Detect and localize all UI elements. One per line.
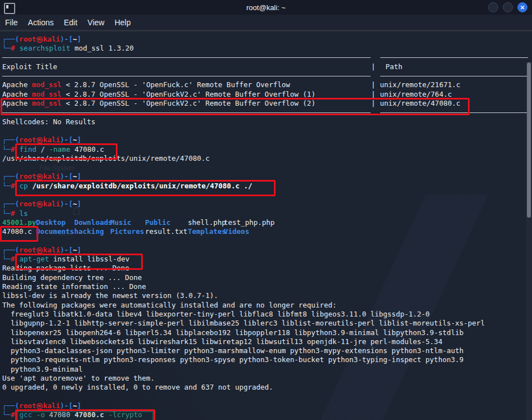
- prompt-line: ┌──(root㉿kali)-[~]: [2, 136, 532, 144]
- prompt-close: ]: [77, 246, 82, 254]
- prompt-open: ┌──(: [2, 246, 19, 254]
- prompt-hash: #: [11, 182, 15, 190]
- search-term-highlight: mod_ssl: [32, 80, 62, 89]
- row-text: < 2.8.7 OpenSSL - 'OpenFuck.c' Remote Bu…: [61, 80, 290, 89]
- prompt-at-icon: ㉿: [36, 246, 43, 254]
- prompt-close: ]: [77, 172, 82, 180]
- apt-output: libsvtav1enc0 libwebsockets16 libwiresha…: [2, 337, 532, 346]
- apt-output: Building dependency tree ... Done: [2, 273, 532, 282]
- apt-output: libssl-dev is already the newest version…: [2, 291, 532, 300]
- terminal-content[interactable]: File System ⌂ Home ┌──(root㉿kali)-[~] └─…: [0, 31, 532, 420]
- prompt-dir: ~: [73, 136, 77, 144]
- menu-view[interactable]: View: [83, 18, 110, 27]
- prompt-open: ┌──(: [2, 200, 19, 208]
- prompt-close: ]: [77, 200, 82, 208]
- ls-output-row: 47080.cDocumentshackingPicturesresult.tx…: [2, 227, 532, 236]
- prompt-lead: └─: [2, 145, 11, 153]
- prompt-dir: ~: [73, 401, 77, 410]
- ls-output-row: 45001.pyDesktopDownloadsMusicPublicshell…: [2, 218, 532, 227]
- prompt-lead: └─: [2, 182, 11, 190]
- command-line-ls: └─#ls: [2, 209, 532, 218]
- maximize-button[interactable]: [503, 2, 513, 12]
- ls-file: shell.php: [188, 218, 224, 227]
- apt-output: Use 'apt autoremove' to remove them.: [2, 374, 532, 383]
- command-arg-file: 47080.c: [70, 145, 104, 153]
- row-text: Apache: [2, 99, 32, 107]
- apt-output: 0 upgraded, 0 newly installed, 0 to remo…: [2, 383, 532, 392]
- prompt-user: root: [19, 246, 36, 254]
- ls-dir: Videos: [224, 227, 249, 236]
- prompt-hash: #: [11, 255, 15, 263]
- prompt-host: kali: [43, 136, 60, 144]
- row-separator: |: [371, 99, 376, 108]
- prompt-mid: )-[: [60, 35, 73, 43]
- menu-help[interactable]: Help: [110, 18, 136, 27]
- command-line-cp: └─#cp /usr/share/exploitdb/exploits/unix…: [2, 182, 532, 191]
- prompt-hash: #: [11, 145, 15, 153]
- blank-line: [2, 191, 532, 200]
- row-path: unix/remote/47080.c: [376, 99, 461, 108]
- row-separator: |: [371, 90, 376, 99]
- row-text: < 2.8.7 OpenSSL - 'OpenFuckV2.c' Remote …: [61, 99, 315, 107]
- prompt-close: ]: [77, 136, 82, 144]
- prompt-lead: └─: [2, 44, 11, 52]
- prompt-dir: ~: [73, 246, 77, 254]
- prompt-host: kali: [43, 200, 60, 208]
- row-path: unix/remote/21671.c: [376, 80, 461, 89]
- command-arg-path: /usr/share/exploitdb/exploits/unix/remot…: [28, 182, 253, 190]
- command-line-searchsploit: └─#searchsploit mod_ssl 1.3.20: [2, 44, 532, 53]
- prompt-hash: #: [11, 209, 15, 218]
- ls-dir: Pictures: [110, 227, 145, 236]
- apt-output: python3-dataclasses-json python3-limiter…: [2, 346, 532, 355]
- ls-file-47080: 47080.c: [2, 227, 36, 236]
- minimize-button[interactable]: [488, 2, 498, 12]
- ls-dir: hacking: [74, 227, 110, 236]
- apt-output: Reading state information ... Done: [2, 282, 532, 291]
- row-text: < 2.8.7 OpenSSL - 'OpenFuckV2.c' Remote …: [61, 90, 315, 98]
- command-line-find: └─#find / -name 47080.c: [2, 145, 532, 154]
- prompt-open: ┌──(: [2, 172, 19, 180]
- ls-file: 45001.py: [2, 218, 36, 227]
- command-line-gcc: └─#gcc -o 47080 47080.c -lcrypto: [2, 410, 532, 419]
- blank-line: [2, 163, 532, 172]
- command-arg-src: 47080.c: [70, 410, 104, 419]
- command-args: install libssl-dev: [49, 255, 129, 263]
- column-separator: |: [371, 62, 376, 71]
- prompt-mid: )-[: [60, 172, 73, 180]
- table-row: Apache mod_ssl < 2.8.7 OpenSSL - 'OpenFu…: [2, 90, 532, 99]
- table-row-highlighted: Apache mod_ssl < 2.8.7 OpenSSL - 'OpenFu…: [2, 99, 532, 108]
- prompt-open: ┌──(: [2, 401, 19, 410]
- prompt-host: kali: [43, 172, 60, 180]
- apt-output: python3.9-minimal: [2, 365, 532, 374]
- menubar: File Actions Edit View Help: [0, 15, 532, 30]
- command-gcc: gcc: [20, 410, 33, 419]
- prompt-dir: ~: [73, 35, 77, 43]
- ls-dir: Downloads: [74, 218, 110, 227]
- menu-file[interactable]: File: [0, 18, 23, 27]
- terminal-window: root@kali: ~ ✕ File Actions Edit View He…: [0, 0, 532, 420]
- ls-file: test_php.php: [224, 218, 274, 227]
- prompt-open: ┌──(: [2, 35, 19, 43]
- ls-dir: Desktop: [36, 218, 74, 227]
- ls-dir: Documents: [36, 227, 74, 236]
- command-args: mod_ssl 1.3.20: [70, 44, 134, 52]
- apt-output: libgupnp-1.2-1 libhttp-server-simple-per…: [2, 319, 532, 328]
- table-header: Exploit Title|Path: [2, 62, 532, 71]
- apt-output: The following packages were automaticall…: [2, 301, 532, 310]
- prompt-host: kali: [43, 401, 60, 410]
- prompt-dir: ~: [73, 172, 77, 180]
- row-path: unix/remote/764.c: [376, 90, 452, 99]
- table-rule: [2, 71, 532, 80]
- menu-edit[interactable]: Edit: [58, 18, 82, 27]
- blank-line: [2, 392, 532, 401]
- menu-actions[interactable]: Actions: [23, 18, 59, 27]
- prompt-close: ]: [77, 35, 82, 43]
- prompt-host: kali: [43, 246, 60, 254]
- scrollbar-thumb[interactable]: [527, 62, 531, 218]
- row-separator: |: [371, 80, 376, 89]
- close-button[interactable]: ✕: [517, 2, 528, 12]
- table-rule: [2, 53, 532, 62]
- prompt-at-icon: ㉿: [36, 35, 43, 43]
- prompt-line: ┌──(root㉿kali)-[~]: [2, 200, 532, 209]
- prompt-mid: )-[: [60, 136, 73, 144]
